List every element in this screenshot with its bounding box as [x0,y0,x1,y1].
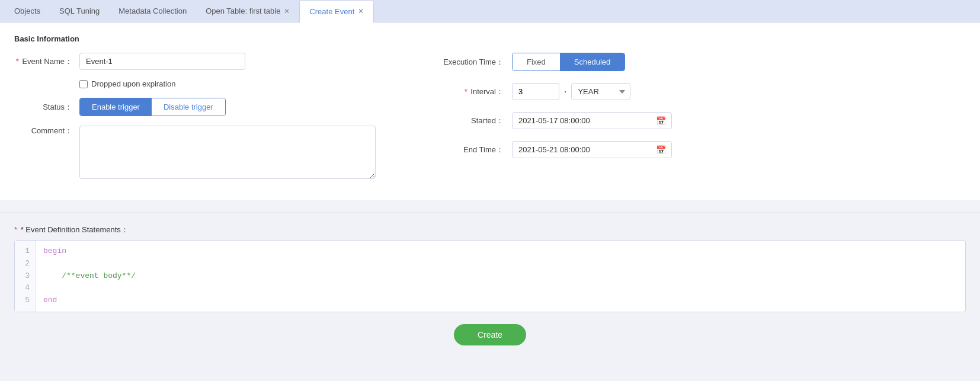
line-num-1: 1 [21,245,30,258]
exec-time-toggle: Fixed Scheduled [512,53,625,71]
line-num-5: 5 [21,294,30,307]
tab-create-event-label: Create Event [309,7,354,16]
code-line-2 [43,258,958,270]
started-date-wrapper: 📅 [512,112,672,129]
code-line-3: /**event body**/ [43,270,958,283]
started-label: Started： [441,116,512,126]
disable-trigger-button[interactable]: Disable trigger [152,98,225,116]
code-line-1: begin [43,245,958,258]
form-right: Execution Time： Fixed Scheduled * Interv… [441,53,966,188]
tab-sql-tuning[interactable]: SQL Tuning [50,0,109,23]
dot-separator: · [564,87,566,97]
line-numbers: 1 2 3 4 5 [15,241,36,312]
dropped-label: Dropped upon expiration [91,79,175,88]
interval-label: * Interval： [441,87,512,97]
required-star: * [16,57,19,66]
dropped-checkbox[interactable] [79,80,88,88]
status-label: Status： [14,102,79,113]
line-num-3: 3 [21,270,30,283]
execution-time-label: Execution Time： [441,57,512,68]
fixed-button[interactable]: Fixed [513,53,560,71]
interval-input[interactable] [512,83,559,100]
event-definition-label: * * Event Definition Statements： [14,225,966,235]
tab-open-table[interactable]: Open Table: first table ✕ [196,0,299,23]
end-time-label: End Time： [441,145,512,155]
started-row: Started： 📅 [441,112,966,129]
form-layout: * Event Name： Dropped upon expiration St… [14,53,966,188]
section-divider [0,212,980,213]
create-button[interactable]: Create [454,324,526,345]
execution-time-row: Execution Time： Fixed Scheduled [441,53,966,71]
end-time-row: End Time： 📅 [441,141,966,158]
tab-create-event[interactable]: Create Event ✕ [299,0,374,23]
basic-info-title: Basic Information [14,34,966,43]
tab-sql-tuning-label: SQL Tuning [59,7,100,15]
comment-event-body: /**event body**/ [43,271,136,280]
event-definition-text: * Event Definition Statements： [21,225,129,234]
dropped-checkbox-row: Dropped upon expiration [79,79,417,88]
code-line-5: end [43,294,958,307]
code-editor[interactable]: 1 2 3 4 5 begin /**event body**/ end [14,240,966,312]
end-time-date-wrapper: 📅 [512,141,672,158]
comment-textarea[interactable] [79,126,376,179]
main-content: Basic Information * Event Name： Dropped … [0,23,980,200]
interval-row: * Interval： · YEAR MONTH DAY HOUR MINUTE… [441,83,966,100]
comment-label: Comment： [14,126,79,136]
code-content[interactable]: begin /**event body**/ end [36,241,965,312]
line-num-2: 2 [21,258,30,270]
event-name-row: * Event Name： [14,53,417,70]
interval-controls: · YEAR MONTH DAY HOUR MINUTE SECOND [512,83,630,100]
tab-metadata-collection-label: Metadata Collection [119,7,187,15]
scheduled-button[interactable]: Scheduled [560,53,624,71]
status-row: Status： Enable trigger Disable trigger [14,98,417,116]
tab-objects[interactable]: Objects [5,0,50,23]
interval-text: Interval： [470,87,504,96]
create-button-row: Create [0,312,980,353]
event-name-label: * Event Name： [14,56,79,67]
line-num-4: 4 [21,282,30,294]
status-toggle-group: Enable trigger Disable trigger [79,98,226,116]
close-create-event-icon[interactable]: ✕ [358,7,364,15]
keyword-begin: begin [43,246,66,255]
event-name-input[interactable] [79,53,245,70]
keyword-end: end [43,296,57,305]
tab-bar: Objects SQL Tuning Metadata Collection O… [0,0,980,23]
event-name-text: Event Name： [22,57,72,66]
close-open-table-icon[interactable]: ✕ [284,7,290,15]
tab-metadata-collection[interactable]: Metadata Collection [109,0,196,23]
code-line-4 [43,282,958,294]
end-time-date-input[interactable] [512,141,672,158]
comment-row: Comment： [14,126,417,179]
event-definition-section: * * Event Definition Statements： 1 2 3 4… [0,225,980,312]
tab-objects-label: Objects [14,7,40,15]
tab-open-table-label: Open Table: first table [206,7,280,15]
enable-trigger-button[interactable]: Enable trigger [80,98,152,116]
form-left: * Event Name： Dropped upon expiration St… [14,53,417,188]
interval-unit-select[interactable]: YEAR MONTH DAY HOUR MINUTE SECOND [571,83,630,100]
started-date-input[interactable] [512,112,672,129]
